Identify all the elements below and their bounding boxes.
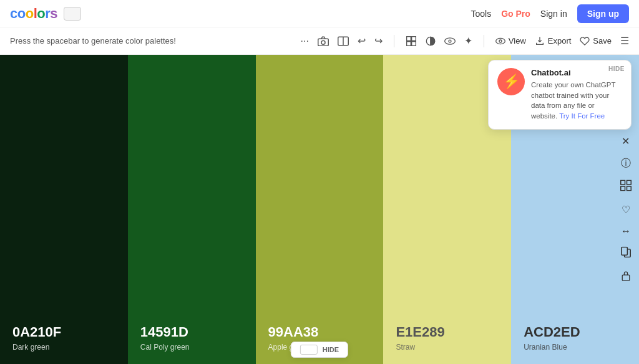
undo-icon[interactable]: ↩ <box>358 35 366 47</box>
svg-rect-15 <box>621 186 625 191</box>
more-options-icon[interactable]: ··· <box>300 36 308 47</box>
svg-rect-6 <box>406 41 411 46</box>
divider-1 <box>394 35 394 47</box>
color-name-1: Dark green <box>12 343 115 352</box>
header-right: Tools Go Pro Sign in Sign up <box>471 4 630 23</box>
header: coolors Tools Go Pro Sign in Sign up <box>0 0 639 27</box>
lock-icon[interactable] <box>621 271 631 284</box>
toolbar: Press the spacebar to generate color pal… <box>0 27 639 55</box>
palette-area: 0A210F Dark green 14591D Cal Poly green … <box>0 55 639 364</box>
color-hex-1: 0A210F <box>12 324 115 340</box>
chatbot-cta-link[interactable]: Try It For Free <box>559 112 605 120</box>
svg-rect-18 <box>622 247 628 256</box>
divider-2 <box>484 35 484 47</box>
brightness-icon[interactable]: ✦ <box>464 35 472 47</box>
svg-rect-14 <box>627 180 631 184</box>
favorite-icon[interactable]: ♡ <box>622 204 630 216</box>
svg-rect-5 <box>411 36 416 41</box>
save-button[interactable]: Save <box>580 36 612 46</box>
logo-wordmark: coolors <box>10 6 57 22</box>
export-button[interactable]: Export <box>535 36 572 46</box>
header-left: coolors <box>10 6 81 22</box>
chatbot-content: Chatbot.ai Create your own ChatGPT chatb… <box>531 68 622 122</box>
signin-button[interactable]: Sign in <box>540 9 567 19</box>
grid-view-icon[interactable] <box>406 36 417 46</box>
hide-label: HIDE <box>323 346 339 353</box>
colorblind-icon[interactable] <box>444 36 456 46</box>
color-panel-2[interactable]: 14591D Cal Poly green <box>128 55 256 364</box>
header-search-box[interactable] <box>64 7 81 21</box>
copy-icon[interactable] <box>621 247 631 261</box>
signup-button[interactable]: Sign up <box>577 4 629 23</box>
info-icon[interactable]: ⓘ <box>621 157 631 170</box>
chatbot-popup: ⚡ Chatbot.ai Create your own ChatGPT cha… <box>488 60 632 130</box>
split-view-icon[interactable] <box>338 36 349 46</box>
svg-rect-19 <box>622 275 630 280</box>
svg-point-11 <box>495 38 505 44</box>
color-hex-4: E1E289 <box>396 324 499 340</box>
chatbot-description: Create your own ChatGPT chatbot trained … <box>531 80 622 122</box>
color-hex-2: 14591D <box>140 324 243 340</box>
svg-point-10 <box>449 40 451 42</box>
tools-link[interactable]: Tools <box>471 9 492 19</box>
panel-icons: ✕ ⓘ ♡ ↔ <box>620 135 632 284</box>
gopro-link[interactable]: Go Pro <box>501 9 530 19</box>
color-name-5: Uranian Blue <box>524 343 627 352</box>
close-icon[interactable]: ✕ <box>622 135 630 147</box>
chatbot-logo-icon: ⚡ <box>503 74 520 90</box>
color-name-2: Cal Poly green <box>140 343 243 352</box>
svg-rect-13 <box>621 180 625 184</box>
svg-rect-7 <box>411 41 416 46</box>
camera-icon[interactable] <box>318 36 329 46</box>
svg-rect-16 <box>627 186 631 191</box>
toolbar-hint: Press the spacebar to generate color pal… <box>10 36 176 46</box>
grid-icon[interactable] <box>620 180 632 194</box>
svg-rect-4 <box>406 36 411 41</box>
color-panel-3[interactable]: 99AA38 Apple green HIDE <box>256 55 384 364</box>
svg-point-1 <box>321 41 325 44</box>
redo-icon[interactable]: ↪ <box>374 35 383 47</box>
color-panel-1[interactable]: 0A210F Dark green <box>0 55 128 364</box>
view-button[interactable]: View <box>495 36 526 46</box>
color-name-4: Straw <box>396 343 499 352</box>
toolbar-actions: ··· ↩ ↪ ✦ View Export Save <box>300 35 629 47</box>
hamburger-menu-icon[interactable]: ☰ <box>620 35 629 47</box>
contrast-icon[interactable] <box>426 36 436 46</box>
hide-bar[interactable]: HIDE <box>291 342 348 358</box>
color-hex-5: ACD2ED <box>524 324 627 340</box>
chatbot-hide-button[interactable]: HIDE <box>608 65 625 72</box>
svg-point-9 <box>444 37 455 44</box>
logo[interactable]: coolors <box>10 6 57 22</box>
svg-point-12 <box>499 40 502 42</box>
chatbot-logo: ⚡ <box>497 68 525 95</box>
expand-icon[interactable]: ↔ <box>621 226 631 237</box>
color-hex-3: 99AA38 <box>268 324 371 340</box>
